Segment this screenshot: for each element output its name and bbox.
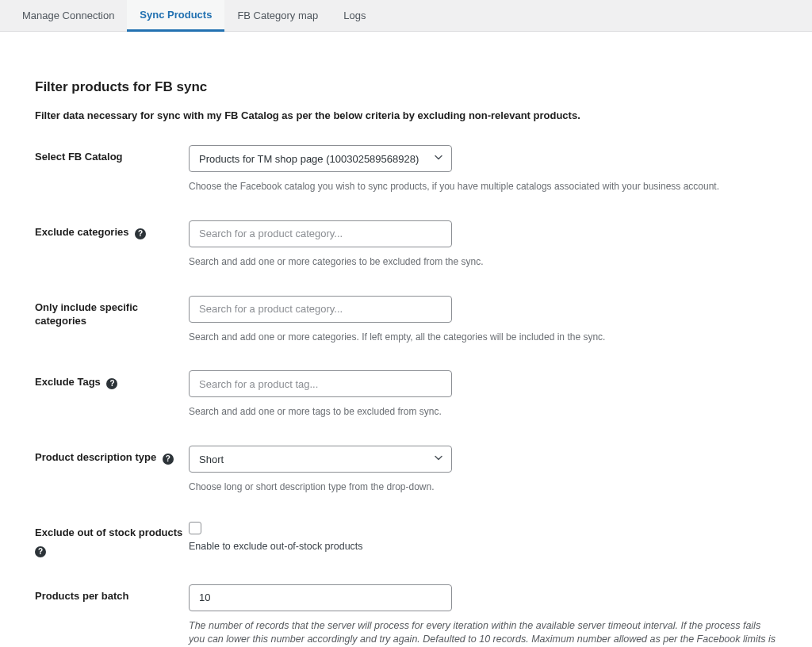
hint-include-categories: Search and add one or more categories. I… bbox=[189, 331, 777, 344]
col-include-categories: Search and add one or more categories. I… bbox=[189, 296, 777, 344]
help-icon[interactable]: ? bbox=[35, 546, 46, 557]
hint-description-type: Choose long or short description type fr… bbox=[189, 480, 777, 494]
chevron-down-icon bbox=[434, 454, 443, 465]
label-products-per-batch: Products per batch bbox=[35, 584, 189, 603]
hint-exclude-categories: Search and add one or more categories to… bbox=[189, 255, 777, 269]
label-exclude-oos: Exclude out of stock products ? bbox=[35, 521, 189, 557]
label-exclude-oos-text: Exclude out of stock products bbox=[35, 526, 182, 538]
row-exclude-tags: Exclude Tags ? Search and add one or mor… bbox=[35, 370, 777, 419]
col-exclude-oos: Enable to exclude out-of-stock products bbox=[189, 521, 777, 552]
tab-logs[interactable]: Logs bbox=[331, 0, 378, 32]
select-fb-catalog[interactable]: Products for TM shop page (1003025895689… bbox=[189, 145, 452, 172]
help-icon[interactable]: ? bbox=[163, 454, 174, 465]
label-exclude-categories-text: Exclude categories bbox=[35, 226, 129, 238]
row-description-type: Product description type ? Short Choose … bbox=[35, 446, 777, 494]
page-subtitle: Filter data necessary for sync with my F… bbox=[35, 109, 777, 121]
label-exclude-categories: Exclude categories ? bbox=[35, 220, 189, 239]
hint-products-per-batch: The number of records that the server wi… bbox=[189, 619, 777, 647]
page-body: Filter products for FB sync Filter data … bbox=[0, 32, 812, 647]
col-exclude-categories: Search and add one or more categories to… bbox=[189, 220, 777, 269]
select-description-type[interactable]: Short bbox=[189, 446, 452, 473]
help-icon[interactable]: ? bbox=[106, 378, 117, 389]
hint-exclude-tags: Search and add one or more tags to be ex… bbox=[189, 405, 777, 419]
row-include-categories: Only include specific categories Search … bbox=[35, 296, 777, 344]
label-description-type: Product description type ? bbox=[35, 446, 189, 465]
col-products-per-batch: The number of records that the server wi… bbox=[189, 584, 777, 647]
select-description-type-value: Short bbox=[199, 454, 224, 465]
label-include-categories: Only include specific categories bbox=[35, 296, 189, 328]
tabs-bar: Manage Connection Sync Products FB Categ… bbox=[0, 0, 812, 32]
col-select-catalog: Products for TM shop page (1003025895689… bbox=[189, 145, 777, 193]
page-title: Filter products for FB sync bbox=[35, 79, 777, 95]
select-fb-catalog-value: Products for TM shop page (1003025895689… bbox=[199, 153, 419, 165]
row-exclude-categories: Exclude categories ? Search and add one … bbox=[35, 220, 777, 269]
chevron-down-icon bbox=[434, 153, 443, 165]
row-products-per-batch: Products per batch The number of records… bbox=[35, 584, 777, 647]
hint-select-catalog: Choose the Facebook catalog you wish to … bbox=[189, 180, 777, 193]
label-exclude-tags: Exclude Tags ? bbox=[35, 370, 189, 389]
col-exclude-tags: Search and add one or more tags to be ex… bbox=[189, 370, 777, 419]
input-products-per-batch[interactable] bbox=[189, 584, 452, 611]
row-select-catalog: Select FB Catalog Products for TM shop p… bbox=[35, 145, 777, 193]
checkbox-exclude-oos[interactable] bbox=[189, 522, 201, 534]
label-exclude-tags-text: Exclude Tags bbox=[35, 376, 101, 388]
input-exclude-tags[interactable] bbox=[189, 370, 452, 397]
help-icon[interactable]: ? bbox=[135, 228, 146, 239]
input-include-categories[interactable] bbox=[189, 296, 452, 323]
input-exclude-categories[interactable] bbox=[189, 220, 452, 247]
col-description-type: Short Choose long or short description t… bbox=[189, 446, 777, 494]
tab-sync-products[interactable]: Sync Products bbox=[127, 0, 224, 32]
tab-fb-category-map[interactable]: FB Category map bbox=[224, 0, 331, 32]
label-description-type-text: Product description type bbox=[35, 451, 156, 463]
tab-manage-connection[interactable]: Manage Connection bbox=[10, 0, 127, 32]
label-select-catalog: Select FB Catalog bbox=[35, 145, 189, 164]
checkbox-label-exclude-oos: Enable to exclude out-of-stock products bbox=[189, 541, 777, 552]
row-exclude-oos: Exclude out of stock products ? Enable t… bbox=[35, 521, 777, 557]
